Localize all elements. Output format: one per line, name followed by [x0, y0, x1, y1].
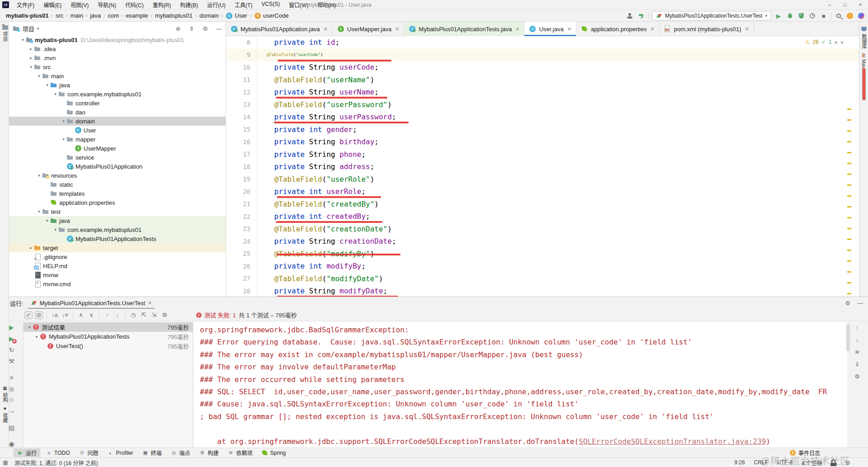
run-tab[interactable]: MybatisPlus01ApplicationTests.UserTest ✕	[28, 297, 155, 309]
test-node--[interactable]: ▾测试结果795毫秒	[24, 322, 193, 332]
editor-tab-usermapper-java[interactable]: UserMapper.java✕	[333, 22, 405, 36]
tree-node-mybatisplus01application[interactable]: MybatisPlus01Application	[9, 162, 226, 171]
tree-expand-arrow[interactable]: ▸	[28, 56, 34, 60]
terminal-icon[interactable]: ▣	[142, 450, 149, 456]
run-configuration-select[interactable]: MybatisPlus01ApplicationTests.UserTest▾	[652, 11, 771, 20]
close-icon[interactable]: ✕	[148, 300, 152, 306]
tree-node-main[interactable]: ▾main	[9, 71, 226, 80]
breadcrumb-domain[interactable]: domain	[198, 12, 220, 19]
breadcrumb-user[interactable]: User	[224, 12, 248, 20]
tree-collapse-arrow[interactable]: ▾	[28, 65, 34, 69]
code-line-23[interactable]: 23 @TableField("creationDate")	[226, 223, 859, 236]
update-icon[interactable]	[846, 12, 854, 20]
ide-feature-icon[interactable]	[857, 12, 865, 20]
chevron-down-icon[interactable]: ▾	[37, 26, 39, 31]
tree-node-application-properties[interactable]: application.properties	[9, 198, 226, 207]
tree-node-test[interactable]: ▾test	[9, 207, 226, 216]
sidebar-tab-收藏[interactable]: ★收藏	[1, 406, 9, 423]
tree-node--idea[interactable]: ▸.idea	[9, 44, 226, 53]
coverage-icon[interactable]	[797, 12, 805, 20]
toolwindow-button-依赖项[interactable]: ≋依赖项	[224, 448, 256, 457]
breadcrumb-java[interactable]: java	[89, 12, 102, 19]
editor-tab-user-java[interactable]: User.java✕	[524, 22, 576, 36]
menu-f[interactable]: 文件(F)	[13, 0, 38, 9]
settings-icon[interactable]: ⚙	[201, 24, 209, 33]
tree-node-mybatis-plus01[interactable]: ▾mybatis-plus01D:\Java\Idea\springboot\m…	[9, 35, 226, 44]
toolwindow-button-构建[interactable]: ⚙构建	[196, 448, 222, 457]
build-icon[interactable]: ⚙	[199, 450, 206, 456]
import-results-icon[interactable]: ⇱	[140, 311, 148, 319]
line-separator[interactable]: CRLF	[754, 459, 768, 466]
inspection-widget[interactable]: ⚠ 26 ✓ 1 ∧ ∨	[805, 39, 844, 45]
tree-node-usermapper[interactable]: UserMapper	[9, 144, 226, 153]
menu-v[interactable]: 视图(V)	[66, 0, 93, 9]
tree-node-target[interactable]: ▸target	[9, 243, 226, 252]
test-history-icon[interactable]: ◷	[129, 311, 137, 319]
lock-icon[interactable]	[831, 459, 835, 463]
toolwindow-button-终端[interactable]: ▣终端	[139, 448, 165, 457]
settings-icon[interactable]: ⚙	[844, 459, 851, 466]
hammer-icon[interactable]	[637, 12, 645, 20]
console-link[interactable]: SQLErrorCodeSQLExceptionTranslator.java:…	[579, 437, 766, 446]
code-line-16[interactable]: 16 private String birthday;	[226, 136, 859, 148]
event-log-button[interactable]: 1 事件日志	[790, 449, 820, 457]
code-editor[interactable]: ⚠ 26 ✓ 1 ∧ ∨ 8 private int id;9 @TableFi…	[226, 36, 859, 297]
caret-position[interactable]: 9:26	[734, 459, 745, 466]
editor-tab-application-properties[interactable]: application.properties✕	[576, 22, 660, 36]
menu-c[interactable]: 代码(C)	[121, 0, 148, 9]
tree-node-mapper[interactable]: ▾mapper	[9, 135, 226, 144]
breadcrumb-example[interactable]: example	[124, 12, 149, 19]
tree-node-java[interactable]: ▾java	[9, 80, 226, 90]
minimize-button[interactable]: –	[822, 0, 837, 9]
tree-collapse-arrow[interactable]: ▾	[36, 209, 42, 214]
project-panel-title[interactable]: 项目	[23, 24, 34, 33]
tree-node-mvnw[interactable]: mvnw	[9, 270, 226, 279]
previous-issue-icon[interactable]: ∧	[834, 40, 837, 45]
problems-icon[interactable]: ⊙	[79, 450, 85, 456]
down-icon[interactable]: ↓	[853, 335, 861, 344]
soft-wrap-icon[interactable]: ≋	[853, 348, 861, 356]
menu-e[interactable]: 编辑(E)	[39, 0, 66, 9]
play-icon[interactable]: ▶	[17, 450, 24, 456]
close-icon[interactable]: ✕	[650, 26, 654, 32]
next-failed-icon[interactable]: ↓	[113, 311, 122, 319]
close-icon[interactable]: ✕	[745, 26, 749, 32]
expand-all-icon[interactable]: ∧	[77, 311, 85, 319]
tree-collapse-arrow[interactable]: ▾	[61, 137, 66, 142]
tree-collapse-arrow[interactable]: ▾	[44, 218, 50, 223]
maximize-button[interactable]: □	[837, 0, 853, 9]
code-line-28[interactable]: 28 private String modifyDate;	[226, 285, 859, 297]
breadcrumb-mybatis-plus01[interactable]: mybatis-plus01	[5, 12, 50, 19]
tree-node-com-example-mybatisplus01[interactable]: ▾com.example.mybatisplus01	[9, 90, 226, 99]
tree-node-resources[interactable]: ▾resources	[9, 171, 226, 180]
profiler-sm-icon[interactable]: ◐	[107, 450, 113, 456]
menu-n[interactable]: 导航(N)	[94, 0, 120, 9]
tree-node-user[interactable]: User	[9, 126, 226, 135]
code-line-13[interactable]: 13 @TableField("userPassword")	[226, 99, 859, 111]
code-line-17[interactable]: 17 private String phone;	[226, 148, 859, 161]
sidebar-tab-数据库[interactable]: 数据库	[860, 26, 868, 49]
debug-icon[interactable]	[786, 12, 794, 20]
tree-collapse-arrow[interactable]: ▾	[36, 173, 42, 178]
menu-r[interactable]: 重构(R)	[149, 0, 175, 9]
hide-icon[interactable]: —	[856, 299, 864, 307]
menu-t[interactable]: 工具(T)	[231, 0, 256, 9]
locate-icon[interactable]: ⊕	[174, 24, 182, 33]
toolwindow-button-端点[interactable]: ◎端点	[167, 448, 194, 457]
tree-expand-arrow[interactable]: ▸	[28, 47, 34, 51]
tree-arrow[interactable]: ▾	[33, 335, 40, 339]
tree-node-templates[interactable]: templates	[9, 189, 226, 198]
error-stripe[interactable]	[846, 50, 853, 297]
breadcrumb-main[interactable]: main	[69, 12, 85, 19]
editor-tab-pom-xml-mybatis-plus01-[interactable]: pom.xml (mybatis-plus01)✕	[660, 22, 754, 36]
breadcrumb-src[interactable]: src	[54, 12, 65, 19]
tree-node--gitignore[interactable]: .gitignore	[9, 252, 226, 261]
file-encoding[interactable]: UTF-8	[777, 459, 793, 466]
tree-collapse-arrow[interactable]: ▾	[61, 119, 66, 123]
toolwindow-button-profiler[interactable]: ◐Profiler	[104, 449, 137, 457]
hide-icon[interactable]: —	[215, 24, 223, 33]
export-results-icon[interactable]: ⇲	[150, 311, 158, 319]
up-icon[interactable]: ↑	[853, 323, 861, 331]
tree-node-mybatisplus01applicationtests[interactable]: MybatisPlus01ApplicationTests	[9, 234, 226, 243]
tree-node--mvn[interactable]: ▸.mvn	[9, 53, 226, 62]
